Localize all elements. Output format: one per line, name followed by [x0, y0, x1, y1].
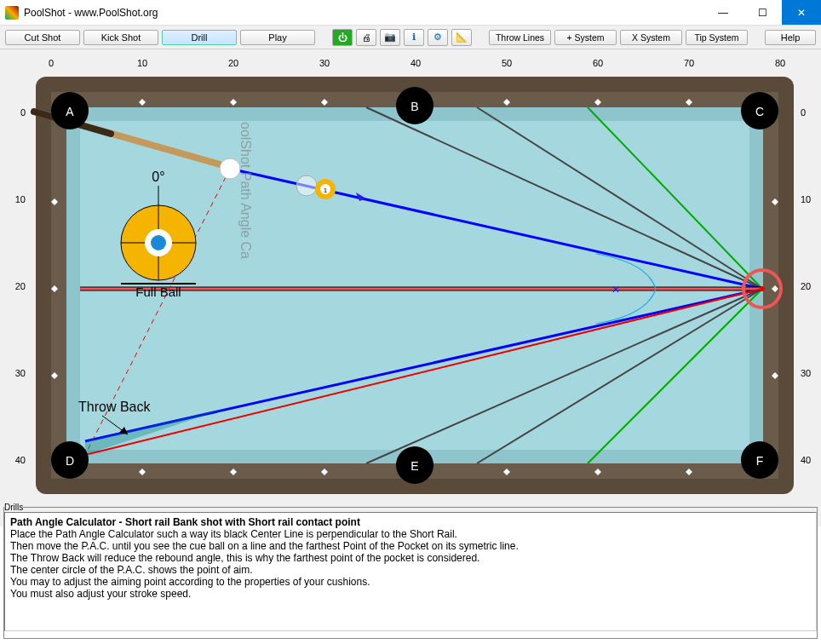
aim-cross-icon: ✕ [611, 284, 620, 296]
svg-text:0: 0 [20, 107, 26, 118]
svg-text:40: 40 [15, 455, 26, 465]
titlebar: PoolShot - www.PoolShot.org — ☐ ✕ [0, 0, 821, 26]
svg-text:50: 50 [502, 58, 512, 68]
svg-text:30: 30 [15, 368, 26, 378]
toolbar: Cut Shot Kick Shot Drill Play ⏻ 🖨 📷 ℹ ⚙ … [0, 26, 821, 49]
svg-text:0: 0 [801, 107, 806, 118]
tip-system-button[interactable]: Tip System [686, 30, 748, 45]
svg-text:60: 60 [593, 58, 603, 68]
svg-text:E: E [410, 459, 418, 473]
svg-text:B: B [410, 100, 418, 113]
svg-text:80: 80 [775, 58, 785, 68]
svg-text:10: 10 [801, 194, 811, 204]
tool-icon[interactable]: 📐 [451, 29, 472, 46]
svg-text:10: 10 [137, 58, 147, 68]
svg-text:30: 30 [319, 58, 330, 68]
svg-text:F: F [756, 454, 764, 468]
cut-shot-button[interactable]: Cut Shot [5, 30, 80, 45]
close-button[interactable]: ✕ [782, 0, 821, 25]
plus-system-button[interactable]: + System [554, 30, 617, 45]
play-button[interactable]: Play [240, 30, 315, 45]
drills-legend: Drills [4, 503, 23, 512]
watermark: oolShot Path Angle Ca [238, 122, 253, 259]
svg-point-72 [151, 235, 166, 250]
object-ball[interactable]: 1 [315, 179, 336, 199]
power-icon[interactable]: ⏻ [332, 29, 353, 46]
throw-back-label: Throw Back [78, 400, 151, 414]
svg-text:Full Ball: Full Ball [135, 285, 181, 299]
svg-text:0°: 0° [152, 170, 164, 184]
svg-text:A: A [66, 105, 74, 118]
window-buttons: — ☐ ✕ [703, 0, 821, 25]
app-icon [5, 6, 19, 20]
svg-text:40: 40 [410, 58, 421, 68]
throw-lines-button[interactable]: Throw Lines [489, 30, 551, 45]
gear-icon[interactable]: ⚙ [428, 29, 448, 46]
ghost-ball [296, 175, 317, 196]
svg-text:20: 20 [228, 58, 238, 68]
info-icon[interactable]: ℹ [404, 29, 424, 46]
svg-text:1: 1 [324, 187, 328, 194]
camera-icon[interactable]: 📷 [380, 29, 400, 46]
drills-panel: Drills Path Angle Calculator - Short rai… [3, 503, 818, 641]
svg-text:C: C [755, 105, 764, 118]
svg-text:70: 70 [684, 58, 694, 68]
svg-text:30: 30 [801, 368, 811, 378]
help-button[interactable]: Help [765, 30, 816, 45]
svg-point-60 [760, 286, 765, 291]
svg-text:20: 20 [15, 281, 26, 291]
print-icon[interactable]: 🖨 [356, 29, 376, 46]
x-system-button[interactable]: X System [620, 30, 682, 45]
kick-shot-button[interactable]: Kick Shot [83, 30, 158, 45]
drills-text[interactable]: Path Angle Calculator - Short rail Bank … [4, 512, 817, 631]
pool-table-canvas[interactable]: 0 10 20 30 40 50 60 70 80 010 2030 40 01… [0, 49, 821, 526]
minimize-button[interactable]: — [703, 0, 743, 25]
svg-text:10: 10 [15, 194, 26, 204]
svg-text:D: D [66, 454, 74, 468]
window-title: PoolShot - www.PoolShot.org [24, 7, 703, 19]
drill-button[interactable]: Drill [162, 30, 237, 45]
svg-text:40: 40 [801, 455, 811, 465]
ruler-x: 0 [49, 58, 54, 68]
cue-ball[interactable] [220, 158, 240, 179]
maximize-button[interactable]: ☐ [743, 0, 782, 25]
svg-text:20: 20 [801, 281, 811, 291]
